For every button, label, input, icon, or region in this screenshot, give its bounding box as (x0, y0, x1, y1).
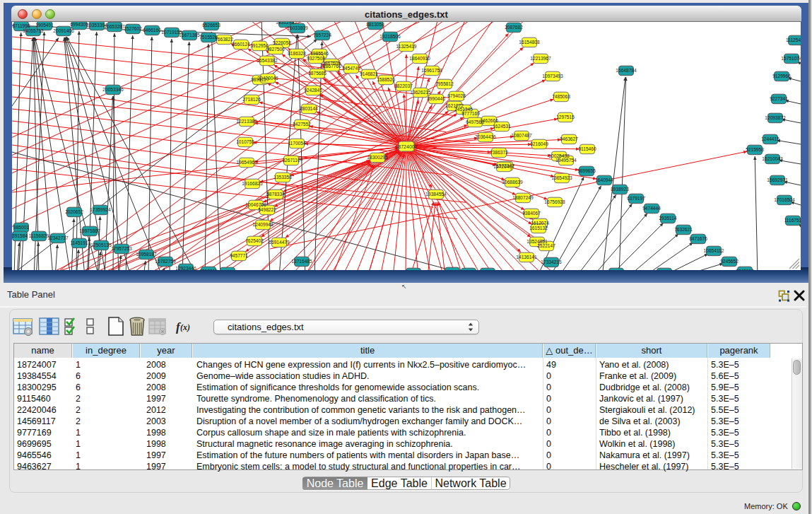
svg-text:18312935: 18312935 (276, 22, 297, 25)
svg-text:2867760: 2867760 (323, 64, 341, 69)
svg-text:9474444: 9474444 (642, 206, 661, 211)
svg-text:9777169: 9777169 (461, 111, 480, 116)
svg-text:19218506: 19218506 (379, 34, 401, 39)
svg-text:7663822: 7663822 (215, 37, 233, 42)
svg-text:18640910: 18640910 (409, 56, 430, 61)
svg-text:1116753: 1116753 (784, 218, 801, 223)
svg-text:1640944: 1640944 (595, 177, 613, 182)
svg-text:11125411: 11125411 (786, 37, 801, 42)
svg-text:9245652: 9245652 (720, 259, 739, 264)
svg-text:12505135: 12505135 (90, 243, 112, 247)
svg-text:9227341: 9227341 (770, 96, 788, 101)
svg-text:11156829: 11156829 (29, 233, 49, 238)
svg-text:19166825: 19166825 (242, 181, 263, 186)
svg-text:2087682: 2087682 (505, 25, 523, 30)
svg-text:7462666: 7462666 (480, 118, 498, 123)
svg-text:8427552: 8427552 (293, 122, 311, 127)
svg-text:20364436: 20364436 (475, 134, 496, 139)
svg-text:1527602: 1527602 (124, 26, 142, 31)
svg-text:9463627: 9463627 (560, 136, 578, 141)
svg-text:7485063: 7485063 (552, 94, 570, 99)
svg-text:16782759: 16782759 (155, 259, 176, 264)
svg-text:2803144: 2803144 (300, 106, 318, 111)
svg-text:11325419: 11325419 (396, 44, 417, 49)
svg-text:18724007: 18724007 (395, 144, 417, 149)
svg-text:12342737: 12342737 (47, 235, 69, 240)
svg-text:16648784: 16648784 (616, 68, 637, 73)
svg-text:17359924: 17359924 (90, 207, 111, 212)
svg-text:9115460: 9115460 (578, 146, 596, 151)
svg-text:8454749: 8454749 (342, 66, 360, 71)
svg-text:12923446: 12923446 (175, 266, 196, 270)
svg-text:7857224: 7857224 (313, 33, 331, 37)
svg-text:1297515: 1297515 (556, 115, 575, 119)
svg-text:15720407: 15720407 (493, 164, 514, 169)
svg-text:9457771: 9457771 (230, 253, 248, 258)
svg-text:5498222: 5498222 (258, 207, 276, 212)
svg-text:19495754: 19495754 (555, 158, 577, 163)
svg-text:13626215: 13626215 (410, 90, 431, 95)
svg-text:16756928: 16756928 (544, 199, 565, 204)
svg-text:985001: 985001 (13, 225, 29, 230)
svg-text:19384554: 19384554 (425, 192, 447, 197)
svg-text:13716485: 13716485 (291, 259, 312, 264)
svg-text:18300295: 18300295 (367, 155, 388, 160)
svg-text:1905491: 1905491 (35, 23, 54, 28)
svg-text:1170054: 1170054 (288, 141, 306, 146)
svg-text:16210043: 16210043 (762, 156, 783, 161)
svg-text:12213967: 12213967 (530, 56, 551, 61)
svg-text:9327508: 9327508 (307, 56, 325, 61)
svg-text:1615132: 1615132 (529, 226, 548, 230)
svg-text:(x): (x) (180, 322, 190, 332)
svg-text:7625402: 7625402 (245, 238, 264, 243)
svg-text:17957253: 17957253 (111, 246, 132, 251)
svg-text:6526653: 6526653 (202, 23, 220, 28)
svg-text:19654963: 19654963 (236, 160, 257, 165)
svg-text:9412212: 9412212 (218, 269, 237, 270)
svg-text:16154808: 16154808 (519, 40, 540, 45)
svg-text:10958187: 10958187 (136, 252, 157, 257)
svg-text:7632621: 7632621 (674, 227, 693, 232)
svg-text:16914479: 16914479 (269, 240, 290, 245)
svg-text:6466160: 6466160 (143, 28, 161, 33)
svg-text:1985546: 1985546 (310, 51, 329, 56)
svg-text:1145191: 1145191 (70, 240, 88, 245)
svg-text:9899655: 9899655 (577, 168, 596, 173)
svg-text:16033809: 16033809 (287, 25, 308, 30)
svg-text:9242845: 9242845 (304, 88, 322, 93)
svg-text:20053346: 20053346 (102, 87, 124, 92)
svg-text:14136141: 14136141 (516, 255, 537, 259)
svg-text:3875685: 3875685 (308, 71, 326, 76)
svg-text:8822037: 8822037 (394, 83, 413, 88)
svg-text:8660124: 8660124 (232, 42, 250, 47)
svg-text:6216049: 6216049 (530, 141, 548, 146)
svg-text:8990446: 8990446 (427, 96, 445, 101)
svg-text:5215958: 5215958 (746, 147, 764, 152)
svg-text:10688639: 10688639 (502, 180, 523, 185)
svg-text:9245612: 9245612 (736, 269, 754, 270)
svg-text:16671385: 16671385 (179, 33, 200, 37)
svg-text:2020652: 2020652 (65, 209, 83, 214)
svg-text:6994309: 6994309 (70, 22, 88, 27)
svg-text:1612074: 1612074 (531, 221, 549, 226)
svg-text:16543382: 16543382 (257, 58, 278, 63)
svg-text:8938923: 8938923 (611, 187, 629, 192)
svg-text:10973493: 10973493 (542, 74, 563, 78)
svg-text:9827500: 9827500 (266, 47, 285, 52)
svg-text:9129966: 9129966 (772, 74, 791, 78)
svg-text:15692971: 15692971 (767, 177, 788, 182)
svg-text:3267110: 3267110 (282, 158, 300, 163)
svg-text:2718126: 2718126 (242, 97, 261, 102)
svg-text:1010755: 1010755 (236, 139, 254, 144)
svg-text:391584: 391584 (12, 233, 28, 238)
svg-text:10653287: 10653287 (104, 24, 125, 29)
svg-text:18807249: 18807249 (512, 195, 534, 200)
svg-text:10046766: 10046766 (245, 202, 266, 207)
svg-text:8712015: 8712015 (199, 269, 218, 270)
svg-text:12213389: 12213389 (236, 119, 257, 124)
svg-text:1353358: 1353358 (273, 175, 292, 180)
svg-text:19975867: 19975867 (79, 228, 100, 233)
svg-text:12409948: 12409948 (252, 222, 273, 227)
svg-text:15751074: 15751074 (781, 56, 801, 61)
svg-text:1244415: 1244415 (761, 136, 779, 141)
